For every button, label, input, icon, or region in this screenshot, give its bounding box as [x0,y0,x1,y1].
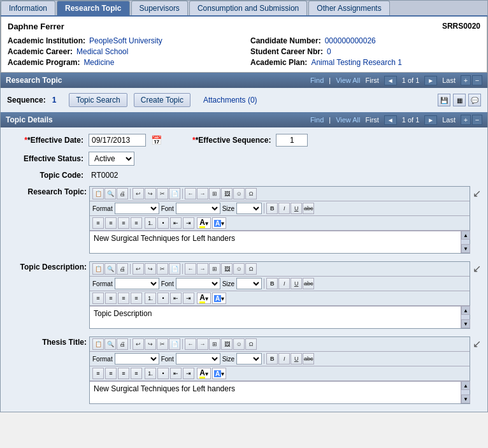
tt-omega-btn[interactable]: Ω [245,338,257,350]
td-format-select[interactable] [115,278,159,289]
td-indent-out[interactable]: ⇤ [170,293,182,304]
td-arrow-right[interactable]: → [197,263,208,275]
tt-print-btn[interactable]: 🖨 [117,338,128,350]
scroll-up-btn[interactable]: ▲ [461,231,470,240]
td-emoji-btn[interactable]: ☺ [233,263,245,275]
tt-scrollbar[interactable]: ▲ ▼ [461,381,470,403]
td-ol-btn[interactable]: 1. [145,293,156,304]
last-page-btn[interactable]: ► [424,76,437,85]
tt-table-btn[interactable]: ⊞ [209,338,220,350]
td-scroll-up[interactable]: ▲ [461,306,470,315]
bold-btn[interactable]: B [266,203,278,214]
font-color-btn[interactable]: A▾ [197,217,211,229]
td-align-justify[interactable]: ≡ [131,293,142,304]
rte-emoji-btn[interactable]: ☺ [233,188,245,199]
icon-grid[interactable]: ▦ [453,94,466,106]
topic-view-all-link[interactable]: View All [336,116,360,124]
tt-align-justify[interactable]: ≡ [131,368,142,379]
rte-copy-btn[interactable]: 📋 [92,188,104,199]
tt-resize-icon[interactable]: ↙ [473,335,481,350]
tt-arrow-left[interactable]: ← [185,338,196,350]
rte-print-btn[interactable]: 🖨 [117,188,128,199]
tt-scroll-down[interactable]: ▼ [461,394,470,403]
indent-in-btn[interactable]: ⇥ [183,217,194,229]
td-italic-btn[interactable]: I [278,278,290,289]
td-cut-btn[interactable]: ✂ [157,263,168,275]
tt-ul-btn[interactable]: • [157,368,169,379]
tt-arrow-right[interactable]: → [197,338,208,350]
view-all-link[interactable]: View All [336,76,360,84]
calendar-icon[interactable]: 📅 [151,135,162,145]
tt-indent-in[interactable]: ⇥ [183,368,194,379]
effective-sequence-input[interactable] [276,134,308,147]
rte-cut-btn[interactable]: ✂ [157,188,168,199]
rte-arrow-right[interactable]: → [197,188,208,199]
tt-align-center[interactable]: ≡ [105,368,117,379]
tt-font-select[interactable] [176,353,220,365]
ul-btn[interactable]: • [157,217,169,229]
td-scrollbar[interactable]: ▲ ▼ [461,306,470,328]
td-underline-btn[interactable]: U [291,278,302,289]
tt-redo-btn[interactable]: ↪ [145,338,156,350]
tt-indent-out[interactable]: ⇤ [170,368,182,379]
rte-table-btn[interactable]: ⊞ [209,188,220,199]
align-justify-btn[interactable]: ≡ [131,217,142,229]
tab-supervisors[interactable]: Supervisors [131,1,188,15]
td-align-center[interactable]: ≡ [105,293,117,304]
td-size-select[interactable] [236,278,262,289]
strikethrough-btn[interactable]: abc [303,203,314,214]
effective-date-input[interactable] [89,134,146,147]
rte-undo-btn[interactable]: ↩ [133,188,144,199]
icon-save[interactable]: 💾 [438,94,450,106]
highlight-btn[interactable]: A▾ [212,217,226,229]
td-table-btn[interactable]: ⊞ [209,263,220,275]
align-right-btn[interactable]: ≡ [118,217,129,229]
td-redo-btn[interactable]: ↪ [145,263,156,275]
icon-comment[interactable]: 💬 [468,94,481,106]
td-ul-btn[interactable]: • [157,293,169,304]
td-omega-btn[interactable]: Ω [245,263,257,275]
tt-strikethrough-btn[interactable]: abc [303,353,314,365]
create-topic-button[interactable]: Create Topic [134,93,190,107]
tt-font-color[interactable]: A▾ [197,368,211,379]
rte-arrow-left[interactable]: ← [185,188,196,199]
tt-img-btn[interactable]: 🖼 [221,338,233,350]
td-arrow-left[interactable]: ← [185,263,196,275]
rte-img-btn[interactable]: 🖼 [221,188,233,199]
italic-btn[interactable]: I [278,203,290,214]
add-row-btn[interactable]: + [461,75,471,85]
td-align-right[interactable]: ≡ [118,293,129,304]
tab-other-assignments[interactable]: Other Assignments [308,1,389,15]
tt-align-left[interactable]: ≡ [92,368,104,379]
align-center-btn[interactable]: ≡ [105,217,117,229]
td-search-btn[interactable]: 🔍 [104,263,116,275]
tt-size-select[interactable] [236,353,262,365]
scroll-down-btn[interactable]: ▼ [461,244,470,253]
first-page-btn[interactable]: ◄ [384,76,397,85]
rte-search-btn[interactable]: 🔍 [104,188,116,199]
tt-underline-btn[interactable]: U [291,353,302,365]
tt-italic-btn[interactable]: I [278,353,290,365]
ol-btn[interactable]: 1. [145,217,156,229]
td-resize-icon[interactable]: ↙ [473,260,481,275]
del-row-btn[interactable]: − [472,75,482,85]
td-bold-btn[interactable]: B [266,278,278,289]
td-strikethrough-btn[interactable]: abc [303,278,314,289]
td-font-color[interactable]: A▾ [197,293,211,304]
topic-first-btn[interactable]: ◄ [384,115,397,125]
attachments-link[interactable]: Attachments (0) [203,96,257,105]
effective-status-select[interactable]: Active Inactive [89,152,134,166]
tt-scroll-up[interactable]: ▲ [461,381,470,390]
topic-description-content[interactable]: Topic Description [90,306,461,328]
td-font-select[interactable] [176,278,220,289]
underline-btn[interactable]: U [291,203,302,214]
tt-undo-btn[interactable]: ↩ [133,338,144,350]
tt-bold-btn[interactable]: B [266,353,278,365]
rte-paste-btn[interactable]: 📄 [169,188,180,199]
topic-last-btn[interactable]: ► [424,115,437,125]
rte-redo-btn[interactable]: ↪ [145,188,156,199]
indent-out-btn[interactable]: ⇤ [170,217,182,229]
td-copy-btn[interactable]: 📋 [92,263,104,275]
research-topic-content[interactable]: New Surgical Techniques for Left handers [90,231,461,253]
tt-emoji-btn[interactable]: ☺ [233,338,245,350]
